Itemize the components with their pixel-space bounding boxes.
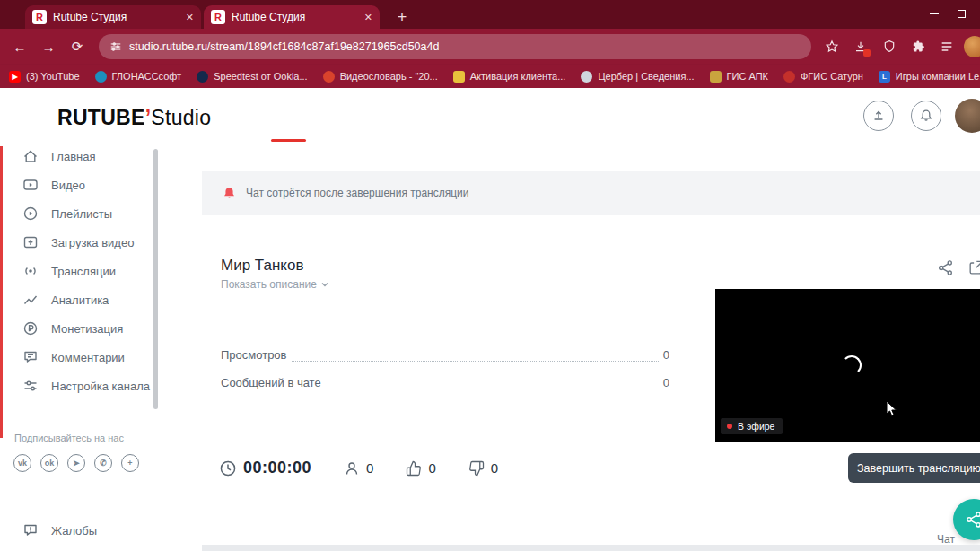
bookmark-item[interactable]: Цербер | Сведения... bbox=[581, 71, 694, 83]
upload-icon bbox=[871, 109, 886, 123]
maximize-button[interactable] bbox=[948, 0, 975, 27]
channel-avatar[interactable] bbox=[955, 99, 980, 133]
site-info-icon[interactable] bbox=[109, 40, 122, 53]
social-links: vk ok ➤ ✆ + bbox=[13, 454, 139, 472]
live-badge: В эфире bbox=[721, 418, 783, 434]
viber-icon[interactable]: ✆ bbox=[94, 454, 112, 472]
chat-label: Чат bbox=[937, 533, 955, 546]
sidebar-item-home[interactable]: Главная bbox=[0, 142, 158, 171]
external-link-icon bbox=[967, 259, 980, 276]
glonass-favicon bbox=[95, 71, 107, 83]
share-stream-button[interactable] bbox=[937, 259, 955, 277]
sidebar-item-analytics[interactable]: Аналитика bbox=[0, 285, 158, 314]
window-controls: ✕ bbox=[921, 0, 980, 27]
telegram-icon[interactable]: ➤ bbox=[67, 454, 85, 472]
bell-icon bbox=[919, 109, 933, 123]
back-button[interactable]: ← bbox=[7, 34, 32, 59]
chat-messages-stat-row: Сообщений в чате 0 bbox=[221, 376, 669, 389]
subscribe-label: Подписывайтесь на нас bbox=[14, 433, 124, 443]
sidebar-item-playlists[interactable]: Плейлисты bbox=[0, 199, 158, 228]
show-description-toggle[interactable]: Показать описание bbox=[221, 278, 329, 291]
bookmark-item[interactable]: ГЛОНАССсофт bbox=[95, 71, 182, 83]
dislikes-count[interactable]: 0 bbox=[468, 460, 498, 477]
tab-title: Rutube Студия bbox=[232, 11, 358, 23]
upload-video-icon bbox=[22, 234, 39, 250]
shield-icon[interactable] bbox=[878, 35, 901, 58]
complaint-icon bbox=[22, 522, 39, 538]
gis-apk-favicon bbox=[710, 71, 722, 83]
settings-icon bbox=[22, 378, 39, 394]
notice-text: Чат сотрётся после завершения трансляции bbox=[246, 187, 468, 199]
sidebar-divider bbox=[7, 503, 151, 503]
browser-toolbar: ← → ⟳ studio.rutube.ru/stream/1894cf1684… bbox=[0, 29, 980, 65]
live-dot-icon bbox=[727, 424, 732, 429]
sidebar-item-streams[interactable]: Трансляции bbox=[0, 257, 158, 285]
stream-player[interactable]: В эфире bbox=[715, 289, 980, 442]
sidebar-item-monetization[interactable]: Монетизация bbox=[0, 314, 158, 343]
bookmark-item[interactable]: LИгры компании Le... bbox=[879, 71, 980, 83]
ok-icon[interactable]: ok bbox=[40, 454, 58, 472]
dotted-leader bbox=[326, 380, 659, 389]
youtube-favicon: ▶ bbox=[9, 71, 21, 83]
cerber-favicon bbox=[581, 71, 592, 83]
new-tab-button[interactable]: + bbox=[391, 6, 413, 28]
extensions-puzzle-icon[interactable] bbox=[906, 35, 930, 58]
minimize-button[interactable] bbox=[921, 0, 948, 27]
bookmark-star-icon[interactable] bbox=[820, 35, 844, 58]
bookmark-item[interactable]: Активация клиента... bbox=[453, 71, 566, 83]
more-social-icon[interactable]: + bbox=[121, 454, 139, 472]
sidebar-item-upload-video[interactable]: Загрузка видео bbox=[0, 228, 158, 257]
broadcast-icon bbox=[22, 263, 39, 279]
likes-count[interactable]: 0 bbox=[406, 460, 435, 477]
open-stream-button[interactable] bbox=[967, 259, 980, 277]
address-bar[interactable]: studio.rutube.ru/stream/1894cf1684c87af1… bbox=[99, 34, 811, 59]
bookmark-item[interactable]: Speedtest от Ookla... bbox=[197, 71, 307, 83]
sidebar-item-comments[interactable]: Комментарии bbox=[0, 343, 158, 372]
browser-profile-avatar[interactable] bbox=[964, 36, 980, 57]
loading-spinner-icon bbox=[842, 355, 862, 375]
tab-close-icon[interactable]: ✕ bbox=[186, 13, 194, 22]
screen: R Rutube Студия ✕ R Rutube Студия ✕ + ✕ … bbox=[0, 0, 980, 551]
favicon-letter: R bbox=[214, 12, 222, 22]
close-button[interactable]: ✕ bbox=[975, 0, 980, 27]
browser-tab-2[interactable]: R Rutube Студия ✕ bbox=[204, 5, 380, 29]
browser-tab-1[interactable]: R Rutube Студия ✕ bbox=[25, 5, 201, 29]
saturn-favicon bbox=[783, 71, 795, 83]
vk-icon[interactable]: vk bbox=[13, 454, 31, 472]
games-favicon: L bbox=[879, 71, 890, 83]
sidebar-item-video[interactable]: Видео bbox=[0, 171, 158, 199]
playlist-icon bbox=[22, 206, 39, 222]
download-badge bbox=[863, 49, 871, 57]
studio-header: RUTUBE’Studio bbox=[0, 88, 980, 144]
stream-metrics: 00:00:00 0 0 0 bbox=[219, 459, 498, 477]
rutube-studio-logo[interactable]: RUTUBE’Studio bbox=[57, 106, 211, 130]
download-icon[interactable] bbox=[849, 35, 872, 58]
bookmark-item[interactable]: ГИС АПК bbox=[710, 71, 768, 83]
share-fab-button[interactable] bbox=[953, 499, 980, 540]
sidebar-scrollbar[interactable] bbox=[153, 149, 158, 409]
media-controls-icon[interactable] bbox=[935, 35, 958, 58]
upload-button[interactable] bbox=[863, 101, 894, 131]
bookmark-item[interactable]: ▶(3) YouTube bbox=[9, 71, 80, 83]
tab-close-icon[interactable]: ✕ bbox=[364, 13, 372, 22]
minimize-icon bbox=[930, 13, 939, 14]
forward-button[interactable]: → bbox=[36, 34, 61, 59]
analytics-icon bbox=[22, 292, 39, 308]
alert-bell-icon bbox=[222, 186, 237, 201]
active-tab-underline bbox=[271, 139, 306, 142]
timer-value: 00:00:00 bbox=[243, 459, 311, 477]
end-stream-button[interactable]: Завершить трансляцию bbox=[848, 453, 980, 483]
stream-duration: 00:00:00 bbox=[219, 459, 311, 477]
favicon-letter: R bbox=[36, 12, 43, 22]
sidebar-item-complaints[interactable]: Жалобы bbox=[0, 515, 158, 546]
thumbs-down-icon bbox=[468, 460, 485, 477]
comments-icon bbox=[22, 349, 39, 365]
share-fab-icon bbox=[965, 511, 980, 529]
bookmark-item[interactable]: ФГИС Сатурн bbox=[783, 71, 863, 83]
bookmark-item[interactable]: Видеословарь - "20... bbox=[323, 71, 438, 83]
notifications-button[interactable] bbox=[911, 101, 941, 131]
reload-button[interactable]: ⟳ bbox=[65, 34, 90, 59]
sidebar-item-channel-settings[interactable]: Настройка канала bbox=[0, 372, 158, 400]
rutube-favicon: R bbox=[211, 10, 225, 24]
chat-notice-banner: Чат сотрётся после завершения трансляции bbox=[202, 171, 980, 215]
